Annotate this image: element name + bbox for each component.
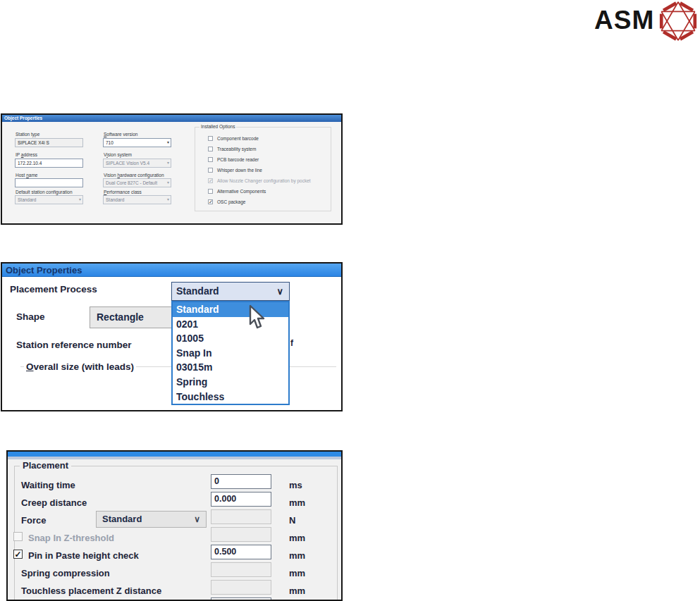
vision-hardware-configuration-label: Vision hardware configuration (104, 173, 164, 178)
hex-network-icon (657, 1, 699, 42)
software-version-dropdown[interactable]: 710 ▾ (103, 138, 171, 147)
placement-process-label: Placement Process (10, 284, 97, 295)
ip-address-field[interactable]: 172.22.10.4 (15, 159, 83, 168)
creep-distance-label: Creep distance (21, 497, 87, 508)
touchless-placement-field[interactable] (211, 580, 271, 595)
software-version-label: Software version (104, 132, 137, 137)
host-name-label: Host name (16, 173, 37, 178)
alternative-components-checkbox[interactable] (208, 189, 213, 194)
installed-options-group-label: Installed Options (199, 124, 236, 129)
screenshot-object-properties-placement-process: Object Properties Placement Process Stan… (1, 262, 343, 411)
force-value-field[interactable] (211, 509, 271, 524)
dialog-titlebar-sliver (8, 452, 341, 457)
titlebar-shadow-strip (8, 457, 341, 459)
pin-in-paste-checkbox[interactable]: ✓ (13, 550, 23, 559)
creep-distance-input[interactable]: 0.000 (211, 492, 271, 507)
force-label: Force (21, 515, 46, 526)
dropdown-arrow-icon: ▾ (167, 179, 169, 187)
shape-label: Shape (16, 311, 45, 322)
asm-logo: ASM (591, 0, 700, 42)
placement-group-label: Placement (20, 460, 71, 471)
force-unit: N (289, 515, 295, 526)
snap-in-z-threshold-unit: mm (289, 533, 305, 543)
vision-hardware-configuration-dropdown[interactable]: Dual Core 827C - Default ▾ (103, 178, 171, 187)
spring-compression-label: Spring compression (21, 568, 110, 578)
chevron-down-icon: ∨ (276, 283, 283, 300)
checkbox-label: OSC package (217, 199, 245, 204)
host-name-field[interactable] (15, 178, 83, 187)
screenshot-object-properties-station: Object Properties Station type SIPLACE X… (1, 113, 343, 225)
snap-in-z-threshold-field[interactable] (211, 527, 271, 542)
mouse-cursor-icon (246, 304, 267, 333)
component-barcode-checkbox[interactable] (208, 136, 213, 141)
osc-package-checkbox[interactable]: ✓ (208, 199, 213, 204)
dropdown-arrow-icon: ▾ (167, 139, 169, 147)
asm-logo-text: ASM (594, 6, 654, 35)
list-item-standard[interactable]: Standard (173, 302, 288, 317)
checkbox-label: PCB barcode reader (217, 157, 259, 162)
force-dropdown[interactable]: Standard ∨ (96, 511, 207, 528)
vision-system-label: Vision system (104, 152, 132, 157)
creep-distance-unit: mm (289, 497, 305, 508)
groupbox-line (288, 366, 336, 367)
spring-compression-unit: mm (289, 568, 305, 578)
dialog-titlebar: Object Properties (2, 115, 341, 122)
partial-text: f (290, 338, 293, 348)
list-item-01005[interactable]: 01005 (173, 331, 288, 346)
snap-in-z-threshold-label: Snap In Z-threshold (28, 533, 114, 543)
waiting-time-unit: ms (289, 480, 302, 490)
dropdown-arrow-icon: ▾ (167, 159, 169, 167)
partial-input-field[interactable] (211, 597, 271, 601)
list-item-touchless[interactable]: Touchless (173, 390, 288, 404)
pin-in-paste-input[interactable]: 0.500 (211, 545, 271, 559)
installed-options-group: Installed Options Component barcode Trac… (195, 127, 331, 211)
traceability-system-checkbox[interactable] (208, 147, 213, 151)
placement-process-open-list: Standard 0201 01005 Snap In 03015m Sprin… (171, 301, 290, 405)
checkbox-label: Alternative Components (217, 189, 266, 194)
spring-compression-field[interactable] (211, 562, 271, 577)
pcb-barcode-reader-checkbox[interactable] (208, 157, 213, 162)
vision-system-dropdown[interactable]: SIPLACE Vision V5.4 ▾ (103, 159, 171, 168)
ip-address-label: IP address (16, 152, 37, 157)
list-item-03015m[interactable]: 03015m (173, 360, 288, 375)
waiting-time-label: Waiting time (21, 480, 75, 490)
touchless-placement-unit: mm (289, 585, 305, 596)
pin-in-paste-label: Pin in Paste height check (28, 550, 139, 561)
checkbox-label: Traceability system (217, 147, 256, 151)
snap-in-z-threshold-checkbox[interactable] (13, 532, 23, 541)
allow-nozzle-changer-checkbox[interactable]: ✓ (208, 178, 213, 183)
list-item-spring[interactable]: Spring (173, 375, 288, 390)
default-station-configuration-dropdown[interactable]: Standard ▾ (15, 195, 83, 204)
default-station-configuration-label: Default station configuration (16, 190, 73, 194)
list-item-snap-in[interactable]: Snap In (173, 346, 288, 361)
screenshot-placement-settings: Placement Waiting time 0 ms Creep distan… (6, 450, 343, 601)
dialog-title: Object Properties (4, 116, 42, 120)
dropdown-arrow-icon: ▾ (79, 196, 81, 204)
whisper-down-the-line-checkbox[interactable] (208, 168, 213, 173)
touchless-placement-label: Touchless placement Z distance (21, 585, 161, 596)
shape-dropdown[interactable]: Rectangle (90, 306, 172, 328)
station-reference-number-label: Station reference number (16, 340, 132, 350)
dialog-titlebar: Object Properties (2, 264, 341, 277)
station-type-label: Station type (16, 132, 39, 137)
checkbox-label: Allow Nozzle Changer configuration by po… (217, 178, 311, 183)
checkbox-label: Component barcode (217, 136, 259, 141)
placement-process-dropdown[interactable]: Standard ∨ (171, 282, 290, 301)
chevron-down-icon: ∨ (194, 512, 200, 527)
station-type-field[interactable]: SIPLACE X4i S (15, 138, 83, 147)
checkbox-label: Whisper down the line (217, 168, 262, 173)
performance-class-dropdown[interactable]: Standard ▾ (103, 195, 171, 204)
dropdown-arrow-icon: ▾ (167, 196, 169, 204)
dialog-title: Object Properties (6, 265, 82, 275)
overall-size-group-label: Overall size (with leads) (24, 361, 136, 372)
waiting-time-input[interactable]: 0 (211, 474, 271, 489)
list-item-0201[interactable]: 0201 (173, 317, 288, 332)
pin-in-paste-unit: mm (289, 550, 305, 561)
performance-class-label: Performance class (104, 190, 142, 194)
